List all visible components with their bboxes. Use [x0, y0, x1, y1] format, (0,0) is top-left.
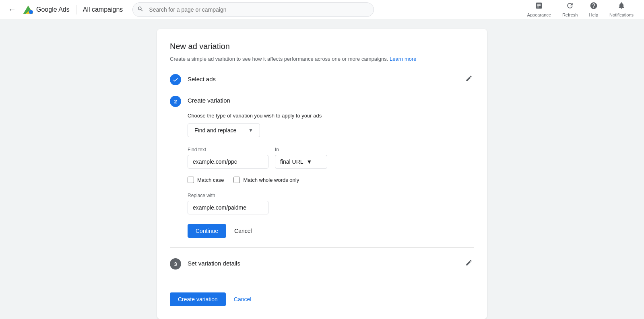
notifications-label: Notifications [609, 12, 634, 17]
replace-with-input[interactable] [188, 201, 268, 214]
google-ads-logo: Google Ads [23, 4, 70, 15]
step-3-title: Set variation details [188, 258, 240, 269]
replace-with-label: Replace with [188, 193, 474, 198]
step-3: 3 Set variation details [170, 257, 474, 270]
step-2-indicator: 2 [170, 96, 181, 107]
step-1-indicator [170, 74, 181, 85]
step-2-actions: Continue Cancel [188, 224, 474, 238]
appearance-button[interactable]: Appearance [523, 0, 555, 19]
card-subtitle-text: Create a simple ad variation to see how … [170, 56, 388, 62]
checkboxes-row: Match case Match whole words only [188, 177, 474, 183]
match-whole-words-checkbox[interactable] [233, 177, 240, 183]
in-label: In [275, 147, 327, 152]
variation-type-label: Find and replace [194, 127, 236, 134]
match-whole-words-label: Match whole words only [243, 177, 299, 183]
match-case-checkbox-label[interactable]: Match case [188, 177, 224, 183]
card-title: New ad variation [170, 42, 474, 51]
search-input[interactable] [132, 2, 374, 17]
step-2-title: Create variation [188, 95, 230, 106]
in-value-label: final URL [280, 158, 303, 165]
step-2-header: Create variation [188, 95, 474, 106]
card-subtitle: Create a simple ad variation to see how … [170, 56, 474, 62]
variation-type-dropdown[interactable]: Find and replace ▼ [188, 123, 260, 137]
help-button[interactable]: Help [585, 0, 602, 19]
refresh-label: Refresh [562, 12, 578, 17]
bottom-actions: Create variation Cancel [170, 292, 474, 306]
nav-divider [76, 5, 76, 14]
search-icon [137, 6, 144, 13]
notifications-icon [617, 2, 625, 12]
learn-more-link[interactable]: Learn more [390, 56, 416, 62]
step-2: 2 Create variation Choose the type of va… [170, 95, 474, 238]
step-3-header: Set variation details [188, 257, 474, 270]
step-divider [170, 247, 474, 248]
back-button[interactable]: ← [6, 3, 18, 16]
step-1-content: Select ads [188, 73, 474, 85]
page-content: New ad variation Create a simple ad vari… [0, 19, 644, 319]
step-3-pencil-icon [465, 259, 473, 266]
search-bar [132, 2, 374, 17]
create-variation-button[interactable]: Create variation [170, 292, 226, 306]
step-3-edit-button[interactable] [464, 257, 474, 270]
step-2-body: Choose the type of variation you wish to… [188, 113, 474, 238]
svg-point-0 [29, 10, 33, 14]
nav-right: Appearance Refresh Help [523, 0, 638, 19]
replace-section: Replace with [188, 193, 474, 214]
match-case-label: Match case [197, 177, 224, 183]
help-icon [590, 2, 598, 12]
step-1-edit-button[interactable] [464, 73, 474, 85]
find-text-input[interactable] [188, 155, 268, 169]
pencil-icon [465, 75, 473, 82]
step-1: Select ads [170, 73, 474, 85]
find-in-row: Find text In final URL ▼ [188, 147, 474, 169]
help-label: Help [589, 12, 598, 17]
in-dropdown-arrow-icon: ▼ [307, 158, 312, 165]
all-campaigns-label: All campaigns [83, 6, 123, 13]
step-2-content: Create variation Choose the type of vari… [188, 95, 474, 238]
appearance-icon [535, 2, 543, 12]
step-3-content: Set variation details [188, 257, 474, 270]
match-whole-words-checkbox-label[interactable]: Match whole words only [233, 177, 299, 183]
top-nav: ← Google Ads All campaigns [0, 0, 644, 19]
match-case-checkbox[interactable] [188, 177, 194, 183]
brand-name: Google Ads [36, 6, 70, 13]
notifications-button[interactable]: Notifications [605, 0, 638, 19]
step-1-title: Select ads [188, 74, 216, 85]
refresh-icon [566, 2, 574, 12]
step-1-header: Select ads [188, 73, 474, 85]
choose-type-label: Choose the type of variation you wish to… [188, 113, 474, 119]
step-3-number: 3 [174, 261, 177, 267]
dropdown-arrow-icon: ▼ [248, 128, 253, 133]
step-3-indicator: 3 [170, 258, 181, 270]
appearance-label: Appearance [527, 12, 551, 17]
google-ads-logo-icon [23, 4, 34, 15]
find-text-group: Find text [188, 147, 268, 169]
step-2-cancel-button[interactable]: Cancel [231, 224, 255, 238]
main-card: New ad variation Create a simple ad vari… [157, 29, 487, 319]
in-group: In final URL ▼ [275, 147, 327, 169]
in-dropdown[interactable]: final URL ▼ [275, 155, 327, 169]
bottom-cancel-button[interactable]: Cancel [231, 292, 255, 306]
checkmark-icon [172, 76, 179, 83]
back-icon: ← [8, 5, 16, 14]
refresh-button[interactable]: Refresh [558, 0, 582, 19]
nav-left: ← Google Ads All campaigns [6, 3, 123, 16]
step-2-number: 2 [174, 99, 177, 105]
bottom-divider [157, 281, 487, 281]
continue-button[interactable]: Continue [188, 224, 226, 238]
find-text-label: Find text [188, 147, 268, 152]
